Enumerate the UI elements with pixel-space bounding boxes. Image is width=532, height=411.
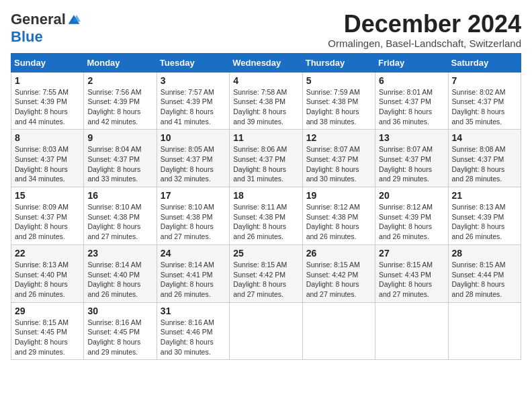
calendar-cell bbox=[302, 302, 375, 360]
day-detail: Sunrise: 7:58 AMSunset: 4:38 PMDaylight:… bbox=[233, 87, 298, 127]
day-number: 19 bbox=[306, 190, 371, 201]
day-detail: Sunrise: 8:08 AMSunset: 4:37 PMDaylight:… bbox=[452, 144, 517, 184]
day-number: 2 bbox=[87, 75, 152, 86]
calendar-week-2: 8Sunrise: 8:03 AMSunset: 4:37 PMDaylight… bbox=[11, 130, 521, 187]
calendar-cell: 20Sunrise: 8:12 AMSunset: 4:39 PMDayligh… bbox=[375, 187, 448, 245]
day-number: 25 bbox=[233, 248, 298, 259]
day-detail: Sunrise: 8:03 AMSunset: 4:37 PMDaylight:… bbox=[15, 144, 80, 184]
day-number: 21 bbox=[452, 190, 517, 201]
calendar-table: SundayMondayTuesdayWednesdayThursdayFrid… bbox=[11, 53, 521, 361]
day-detail: Sunrise: 8:10 AMSunset: 4:38 PMDaylight:… bbox=[87, 202, 152, 242]
day-detail: Sunrise: 8:05 AMSunset: 4:37 PMDaylight:… bbox=[161, 144, 226, 184]
calendar-cell bbox=[375, 302, 448, 360]
calendar-week-5: 29Sunrise: 8:15 AMSunset: 4:45 PMDayligh… bbox=[11, 302, 521, 360]
day-detail: Sunrise: 8:07 AMSunset: 4:37 PMDaylight:… bbox=[379, 144, 444, 184]
calendar-cell: 22Sunrise: 8:13 AMSunset: 4:40 PMDayligh… bbox=[11, 244, 84, 302]
logo: General Blue bbox=[11, 11, 81, 46]
calendar-cell: 16Sunrise: 8:10 AMSunset: 4:38 PMDayligh… bbox=[84, 187, 157, 245]
calendar-cell: 15Sunrise: 8:09 AMSunset: 4:37 PMDayligh… bbox=[11, 187, 84, 245]
day-number: 30 bbox=[87, 306, 152, 316]
day-number: 23 bbox=[87, 248, 152, 259]
day-detail: Sunrise: 8:15 AMSunset: 4:44 PMDaylight:… bbox=[452, 260, 517, 300]
day-number: 26 bbox=[306, 248, 371, 259]
day-number: 6 bbox=[379, 75, 444, 86]
day-number: 16 bbox=[87, 190, 152, 201]
calendar-cell: 9Sunrise: 8:04 AMSunset: 4:37 PMDaylight… bbox=[84, 130, 157, 187]
calendar-cell: 31Sunrise: 8:16 AMSunset: 4:46 PMDayligh… bbox=[157, 302, 229, 360]
day-number: 27 bbox=[379, 248, 444, 259]
calendar-cell: 6Sunrise: 8:01 AMSunset: 4:37 PMDaylight… bbox=[375, 72, 448, 130]
calendar-cell: 2Sunrise: 7:56 AMSunset: 4:39 PMDaylight… bbox=[84, 72, 157, 130]
calendar-cell: 10Sunrise: 8:05 AMSunset: 4:37 PMDayligh… bbox=[157, 130, 229, 187]
logo-blue: Blue bbox=[11, 28, 43, 46]
day-number: 10 bbox=[161, 132, 226, 143]
day-number: 12 bbox=[306, 132, 371, 143]
logo-general: General bbox=[11, 11, 66, 28]
day-detail: Sunrise: 8:13 AMSunset: 4:39 PMDaylight:… bbox=[452, 202, 517, 242]
day-number: 29 bbox=[15, 306, 80, 316]
day-detail: Sunrise: 7:57 AMSunset: 4:39 PMDaylight:… bbox=[161, 87, 226, 127]
day-number: 9 bbox=[87, 132, 152, 143]
calendar-cell: 28Sunrise: 8:15 AMSunset: 4:44 PMDayligh… bbox=[448, 244, 521, 302]
calendar-cell: 30Sunrise: 8:16 AMSunset: 4:45 PMDayligh… bbox=[84, 302, 157, 360]
weekday-header-friday: Friday bbox=[375, 53, 448, 72]
day-detail: Sunrise: 8:15 AMSunset: 4:42 PMDaylight:… bbox=[233, 260, 298, 300]
calendar-cell: 17Sunrise: 8:10 AMSunset: 4:38 PMDayligh… bbox=[157, 187, 229, 245]
calendar-cell: 12Sunrise: 8:07 AMSunset: 4:37 PMDayligh… bbox=[302, 130, 375, 187]
day-number: 11 bbox=[233, 132, 298, 143]
day-number: 31 bbox=[161, 306, 226, 316]
day-number: 18 bbox=[233, 190, 298, 201]
calendar-subtitle: Ormalingen, Basel-Landschaft, Switzerlan… bbox=[328, 38, 521, 49]
calendar-cell: 18Sunrise: 8:11 AMSunset: 4:38 PMDayligh… bbox=[230, 187, 302, 245]
calendar-cell: 21Sunrise: 8:13 AMSunset: 4:39 PMDayligh… bbox=[448, 187, 521, 245]
calendar-week-1: 1Sunrise: 7:55 AMSunset: 4:39 PMDaylight… bbox=[11, 72, 521, 130]
day-detail: Sunrise: 8:11 AMSunset: 4:38 PMDaylight:… bbox=[233, 202, 298, 242]
weekday-header-saturday: Saturday bbox=[448, 53, 521, 72]
day-detail: Sunrise: 8:12 AMSunset: 4:38 PMDaylight:… bbox=[306, 202, 371, 242]
day-detail: Sunrise: 8:14 AMSunset: 4:41 PMDaylight:… bbox=[161, 260, 226, 300]
calendar-cell: 19Sunrise: 8:12 AMSunset: 4:38 PMDayligh… bbox=[302, 187, 375, 245]
calendar-cell bbox=[230, 302, 302, 360]
weekday-header-sunday: Sunday bbox=[11, 53, 84, 72]
weekday-header-monday: Monday bbox=[84, 53, 157, 72]
calendar-cell: 13Sunrise: 8:07 AMSunset: 4:37 PMDayligh… bbox=[375, 130, 448, 187]
calendar-cell: 7Sunrise: 8:02 AMSunset: 4:37 PMDaylight… bbox=[448, 72, 521, 130]
calendar-cell: 5Sunrise: 7:59 AMSunset: 4:38 PMDaylight… bbox=[302, 72, 375, 130]
day-number: 20 bbox=[379, 190, 444, 201]
day-number: 1 bbox=[15, 75, 80, 86]
day-number: 5 bbox=[306, 75, 371, 86]
day-detail: Sunrise: 8:13 AMSunset: 4:40 PMDaylight:… bbox=[15, 260, 80, 300]
day-number: 17 bbox=[161, 190, 226, 201]
calendar-cell: 25Sunrise: 8:15 AMSunset: 4:42 PMDayligh… bbox=[230, 244, 302, 302]
logo-icon bbox=[67, 13, 81, 26]
day-detail: Sunrise: 8:16 AMSunset: 4:45 PMDaylight:… bbox=[87, 318, 152, 357]
day-number: 14 bbox=[452, 132, 517, 143]
day-detail: Sunrise: 8:12 AMSunset: 4:39 PMDaylight:… bbox=[379, 202, 444, 242]
day-detail: Sunrise: 7:59 AMSunset: 4:38 PMDaylight:… bbox=[306, 87, 371, 127]
day-detail: Sunrise: 8:15 AMSunset: 4:42 PMDaylight:… bbox=[306, 260, 371, 300]
day-number: 22 bbox=[15, 248, 80, 259]
calendar-cell: 27Sunrise: 8:15 AMSunset: 4:43 PMDayligh… bbox=[375, 244, 448, 302]
header: General Blue December 2024 Ormalingen, B… bbox=[11, 11, 521, 49]
day-detail: Sunrise: 8:14 AMSunset: 4:40 PMDaylight:… bbox=[87, 260, 152, 300]
day-number: 3 bbox=[161, 75, 226, 86]
weekday-header-row: SundayMondayTuesdayWednesdayThursdayFrid… bbox=[11, 53, 521, 72]
weekday-header-thursday: Thursday bbox=[302, 53, 375, 72]
day-number: 8 bbox=[15, 132, 80, 143]
day-detail: Sunrise: 8:15 AMSunset: 4:43 PMDaylight:… bbox=[379, 260, 444, 300]
calendar-cell: 14Sunrise: 8:08 AMSunset: 4:37 PMDayligh… bbox=[448, 130, 521, 187]
calendar-week-3: 15Sunrise: 8:09 AMSunset: 4:37 PMDayligh… bbox=[11, 187, 521, 245]
calendar-cell: 23Sunrise: 8:14 AMSunset: 4:40 PMDayligh… bbox=[84, 244, 157, 302]
weekday-header-tuesday: Tuesday bbox=[157, 53, 229, 72]
day-detail: Sunrise: 7:55 AMSunset: 4:39 PMDaylight:… bbox=[15, 87, 80, 127]
day-number: 24 bbox=[161, 248, 226, 259]
day-detail: Sunrise: 8:09 AMSunset: 4:37 PMDaylight:… bbox=[15, 202, 80, 242]
day-number: 13 bbox=[379, 132, 444, 143]
calendar-title: December 2024 bbox=[328, 11, 521, 38]
day-number: 28 bbox=[452, 248, 517, 259]
day-number: 7 bbox=[452, 75, 517, 86]
day-detail: Sunrise: 8:15 AMSunset: 4:45 PMDaylight:… bbox=[15, 318, 80, 357]
calendar-cell: 11Sunrise: 8:06 AMSunset: 4:37 PMDayligh… bbox=[230, 130, 302, 187]
calendar-cell: 3Sunrise: 7:57 AMSunset: 4:39 PMDaylight… bbox=[157, 72, 229, 130]
weekday-header-wednesday: Wednesday bbox=[230, 53, 302, 72]
